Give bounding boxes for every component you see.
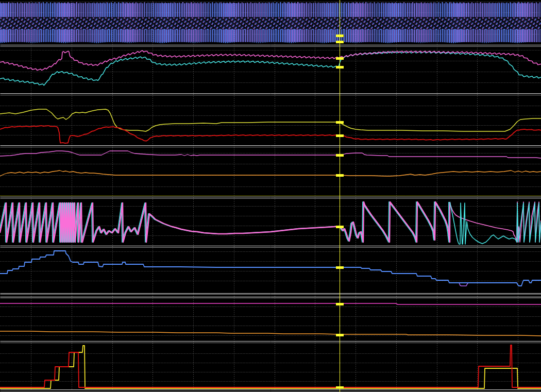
- cursor-handle[interactable]: [336, 266, 344, 269]
- cursor-handle[interactable]: [336, 386, 344, 389]
- cursor-handle[interactable]: [336, 174, 344, 177]
- cursor-handle[interactable]: [336, 226, 344, 228]
- cursor-handle[interactable]: [336, 334, 344, 336]
- waveform-canvas: [0, 0, 541, 392]
- cursor-handle[interactable]: [336, 57, 344, 60]
- cursor-handle[interactable]: [336, 154, 344, 157]
- cursor-handle[interactable]: [336, 66, 344, 69]
- cursor-handle[interactable]: [336, 134, 344, 137]
- cursor-handle[interactable]: [336, 303, 344, 305]
- cursor-handle[interactable]: [336, 121, 344, 124]
- waveform-viewer: [0, 0, 541, 392]
- cursor-handle[interactable]: [336, 35, 344, 37]
- cursor-handle[interactable]: [336, 41, 344, 43]
